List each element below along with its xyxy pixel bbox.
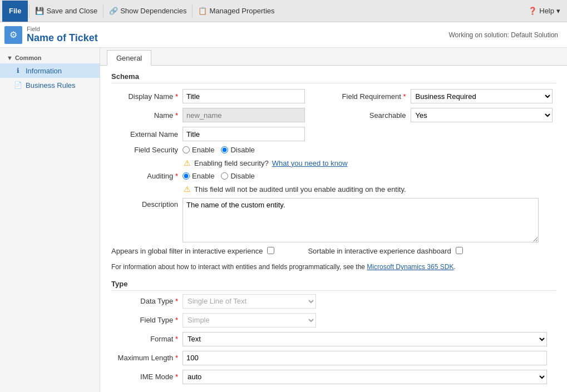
name-input[interactable] — [183, 108, 305, 122]
toolbar-separator-2 — [103, 4, 103, 18]
max-length-group: Maximum Length * — [111, 351, 556, 365]
content-area: General Schema Display Name * Field Requ… — [100, 48, 567, 392]
entity-info: ⚙ Field Name of Ticket — [4, 26, 98, 44]
max-length-row: Maximum Length * — [111, 351, 556, 365]
field-type-required: * — [175, 316, 178, 324]
field-security-enable-label[interactable]: Enable — [183, 146, 214, 154]
format-row: Format * Text Email URL Ticker Symbol Ph… — [111, 332, 556, 346]
field-requirement-label: Field Requirement * — [339, 92, 406, 101]
external-name-input[interactable] — [183, 127, 305, 141]
format-select[interactable]: Text Email URL Ticker Symbol Phone — [183, 332, 547, 346]
field-security-group: Field Security Enable Disable — [111, 146, 556, 154]
field-type-label: Field Type * — [111, 316, 178, 324]
auditing-row: Auditing * Enable Disable — [111, 172, 556, 180]
field-type-row: Field Type * Simple — [111, 313, 556, 328]
searchable-select[interactable]: Yes No — [411, 108, 553, 122]
auditing-group: Auditing * Enable Disable — [111, 172, 556, 180]
warning-icon: ⚠ — [184, 158, 191, 167]
auditing-required: * — [175, 172, 178, 180]
field-security-disable-label[interactable]: Disable — [221, 146, 254, 154]
field-security-link[interactable]: What you need to know — [272, 159, 348, 167]
max-length-input[interactable] — [183, 351, 547, 365]
field-security-label: Field Security — [111, 146, 178, 154]
external-name-row: External Name — [111, 127, 556, 141]
field-requirement-select[interactable]: Business Required Business Recommended O… — [411, 89, 553, 103]
ime-mode-select[interactable]: auto active inactive disabled — [183, 370, 547, 384]
file-button[interactable]: File — [2, 1, 28, 22]
tab-bar: General — [100, 48, 567, 66]
schema-section-title: Schema — [111, 72, 556, 83]
save-icon: 💾 — [35, 7, 44, 15]
format-label: Format * — [111, 335, 178, 343]
save-and-close-button[interactable]: 💾 Save and Close — [31, 1, 102, 22]
field-security-disable-radio[interactable] — [221, 146, 228, 153]
sidebar: ▼ Common ℹ Information 📄 Business Rules — [0, 48, 100, 392]
data-type-row: Data Type * Single Line of Text — [111, 294, 556, 309]
sidebar-item-business-rules[interactable]: 📄 Business Rules — [0, 78, 100, 92]
auditing-radio-group: Enable Disable — [183, 172, 255, 180]
sdk-link[interactable]: Microsoft Dynamics 365 SDK — [367, 263, 453, 271]
solution-text: Working on solution: Default Solution — [448, 31, 558, 39]
appears-in-filter-group: Appears in global filter in interactive … — [111, 247, 274, 256]
field-security-enable-radio[interactable] — [183, 146, 190, 153]
data-type-select[interactable]: Single Line of Text — [183, 294, 316, 309]
help-circle-icon: ❓ — [528, 7, 537, 15]
show-dependencies-button[interactable]: 🔗 Show Dependencies — [105, 1, 191, 22]
global-filter-row: Appears in global filter in interactive … — [111, 247, 556, 256]
auditing-enable-label[interactable]: Enable — [183, 172, 214, 180]
dependencies-icon: 🔗 — [109, 7, 118, 15]
field-security-row: Field Security Enable Disable — [111, 146, 556, 154]
max-length-label: Maximum Length * — [111, 354, 178, 362]
external-name-label: External Name — [111, 130, 178, 138]
managed-properties-button[interactable]: 📋 Managed Properties — [194, 1, 279, 22]
auditing-warning-row: ⚠ This field will not be audited until y… — [111, 185, 556, 193]
max-length-required: * — [175, 354, 178, 362]
field-security-radio-group: Enable Disable — [183, 146, 255, 154]
info-text: For information about how to interact wi… — [111, 261, 556, 275]
tab-general[interactable]: General — [107, 50, 151, 66]
ime-mode-label: IME Mode * — [111, 373, 178, 381]
searchable-label: Searchable — [339, 111, 406, 120]
type-section-title: Type — [111, 280, 556, 291]
entity-text: Field Name of Ticket — [27, 26, 98, 44]
format-required: * — [175, 335, 178, 343]
name-required: * — [175, 111, 178, 120]
info-icon: ℹ — [13, 66, 22, 75]
description-label: Description — [111, 198, 178, 209]
ime-mode-required: * — [175, 373, 178, 381]
field-security-warning-row: ⚠ Enabling field security? What you need… — [111, 158, 556, 167]
toolbar-separator-3 — [192, 4, 193, 18]
name-label: Name * — [111, 111, 178, 120]
field-type-group: Field Type * Simple — [111, 313, 556, 328]
ime-mode-row: IME Mode * auto active inactive disabled — [111, 370, 556, 384]
sortable-label: Sortable in interactive experience dashb… — [308, 247, 451, 256]
display-name-input[interactable] — [183, 89, 305, 103]
display-name-group: Display Name * — [111, 89, 328, 103]
field-req-required: * — [403, 92, 406, 101]
rules-icon: 📄 — [13, 81, 22, 90]
help-button[interactable]: ❓ Help ▾ — [524, 4, 565, 17]
sidebar-item-information[interactable]: ℹ Information — [0, 63, 100, 78]
page-header: ⚙ Field Name of Ticket Working on soluti… — [0, 22, 567, 48]
description-textarea[interactable]: The name of the custom entity. — [183, 198, 539, 242]
searchable-group: Searchable Yes No — [339, 108, 556, 122]
main-layout: ▼ Common ℹ Information 📄 Business Rules … — [0, 48, 567, 392]
auditing-label: Auditing * — [111, 172, 178, 180]
data-type-required: * — [175, 297, 178, 305]
sortable-checkbox[interactable] — [456, 247, 463, 254]
auditing-enable-radio[interactable] — [183, 172, 190, 180]
field-type-select[interactable]: Simple — [183, 313, 316, 328]
appears-in-filter-checkbox[interactable] — [267, 247, 274, 254]
entity-name-label: Name of Ticket — [27, 32, 98, 43]
ime-mode-group: IME Mode * auto active inactive disabled — [111, 370, 556, 384]
help-dropdown-icon: ▾ — [556, 7, 560, 15]
sortable-group: Sortable in interactive experience dashb… — [308, 247, 462, 256]
data-type-label: Data Type * — [111, 297, 178, 305]
description-row: Description The name of the custom entit… — [111, 198, 556, 242]
auditing-disable-label[interactable]: Disable — [221, 172, 254, 180]
name-row: Name * Searchable Yes No — [111, 108, 556, 122]
display-name-row: Display Name * Field Requirement * Busin… — [111, 89, 556, 103]
data-type-group: Data Type * Single Line of Text — [111, 294, 556, 309]
auditing-disable-radio[interactable] — [221, 172, 228, 180]
triangle-icon: ▼ — [7, 54, 13, 61]
